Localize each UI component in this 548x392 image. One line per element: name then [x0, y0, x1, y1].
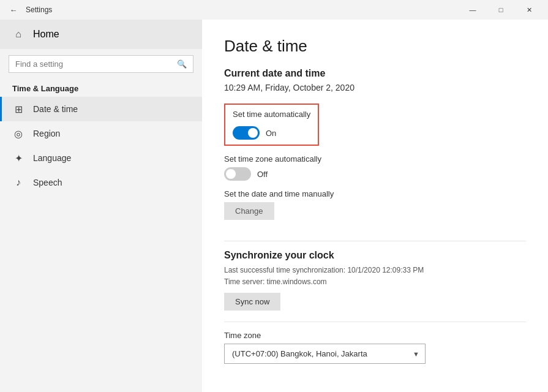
close-button[interactable]: ✕: [515, 0, 543, 20]
sync-info-line1: Last successful time synchronization: 10…: [224, 265, 526, 276]
speech-icon: ♪: [12, 176, 24, 189]
sidebar-home-label: Home: [33, 29, 59, 40]
timezone-select[interactable]: (UTC+07:00) Bangkok, Hanoi, Jakarta(UTC+…: [224, 344, 426, 364]
set-time-auto-state: On: [266, 129, 276, 138]
sidebar-item-speech[interactable]: ♪ Speech: [0, 170, 202, 195]
timezone-label: Time zone: [224, 331, 526, 340]
set-zone-auto-row: Set time zone automatically Off: [224, 154, 526, 181]
current-datetime-value: 10:29 AM, Friday, October 2, 2020: [224, 83, 526, 92]
minimize-button[interactable]: —: [459, 0, 487, 20]
timezone-select-wrap: (UTC+07:00) Bangkok, Hanoi, Jakarta(UTC+…: [224, 344, 426, 364]
divider-2: [224, 322, 526, 322]
set-manual-label: Set the date and time manually: [224, 189, 526, 198]
set-time-auto-label: Set time automatically: [233, 110, 310, 119]
sync-now-button[interactable]: Sync now: [224, 293, 280, 311]
back-button[interactable]: ←: [5, 1, 22, 18]
sync-info: Last successful time synchronization: 10…: [224, 265, 526, 288]
app-title: Settings: [26, 6, 459, 14]
content-area: Date & time Current date and time 10:29 …: [202, 20, 548, 392]
set-time-auto-track: [233, 126, 260, 140]
sidebar-section-title: Time & Language: [0, 79, 202, 97]
set-zone-auto-label: Set time zone automatically: [224, 154, 526, 164]
sidebar-item-speech-label: Speech: [33, 178, 62, 187]
set-zone-auto-toggle[interactable]: [224, 167, 251, 181]
set-zone-auto-thumb: [226, 169, 236, 179]
set-zone-auto-control: Off: [224, 167, 526, 181]
region-icon: ◎: [12, 127, 24, 140]
change-button[interactable]: Change: [224, 202, 274, 220]
sidebar-item-region-label: Region: [33, 129, 60, 138]
sidebar-item-date-time[interactable]: ⊞ Date & time: [0, 97, 202, 121]
search-icon: 🔍: [177, 59, 187, 69]
titlebar: ← Settings — □ ✕: [0, 0, 548, 20]
sidebar-item-region[interactable]: ◎ Region: [0, 121, 202, 146]
home-icon: ⌂: [12, 28, 24, 40]
set-time-auto-box: Set time automatically On: [224, 104, 319, 146]
search-box[interactable]: 🔍: [9, 55, 193, 73]
search-input[interactable]: [15, 59, 177, 69]
set-time-auto-control: On: [233, 126, 310, 140]
app-body: ⌂ Home 🔍 Time & Language ⊞ Date & time ◎…: [0, 20, 548, 392]
sync-section: Synchronize your clock Last successful t…: [224, 250, 526, 311]
timezone-section: Time zone (UTC+07:00) Bangkok, Hanoi, Ja…: [224, 331, 526, 364]
sync-info-line2: Time server: time.windows.com: [224, 276, 526, 288]
date-time-icon: ⊞: [12, 103, 24, 115]
language-icon: ✦: [12, 152, 24, 164]
window-controls: — □ ✕: [459, 0, 543, 20]
search-box-wrapper: 🔍: [0, 49, 202, 79]
set-zone-auto-track: [224, 167, 251, 181]
set-time-auto-thumb: [248, 128, 258, 138]
sync-section-title: Synchronize your clock: [224, 250, 526, 261]
set-zone-auto-state: Off: [257, 170, 268, 179]
sidebar-item-date-time-label: Date & time: [33, 104, 78, 114]
current-date-heading: Current date and time: [224, 68, 526, 79]
maximize-button[interactable]: □: [487, 0, 515, 20]
sidebar-item-language[interactable]: ✦ Language: [0, 146, 202, 170]
divider-1: [224, 241, 526, 241]
sidebar-item-language-label: Language: [33, 153, 71, 163]
sidebar-item-home[interactable]: ⌂ Home: [0, 20, 202, 49]
set-time-auto-toggle[interactable]: [233, 126, 260, 140]
page-title: Date & time: [224, 37, 526, 56]
sidebar: ⌂ Home 🔍 Time & Language ⊞ Date & time ◎…: [0, 20, 202, 392]
sidebar-nav: ⊞ Date & time ◎ Region ✦ Language ♪ Spee…: [0, 97, 202, 195]
